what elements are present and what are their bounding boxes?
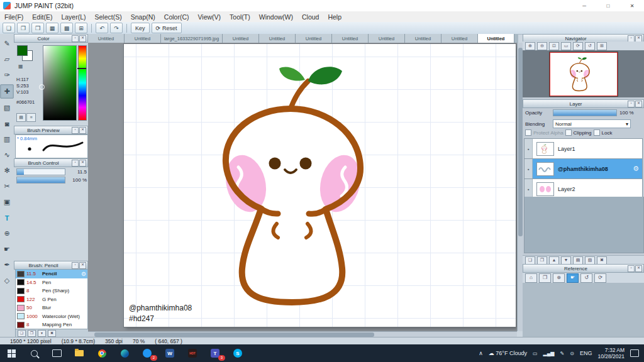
layer-folder-icon[interactable]: ▤	[573, 256, 583, 265]
layer-settings-gear-icon[interactable]: ⚙	[633, 165, 639, 173]
grid-toggle-icon[interactable]: ▦	[46, 23, 58, 33]
document-tab[interactable]: large_1633229071995.jpg	[161, 34, 223, 43]
weather-widget[interactable]: ☁ 76°F Cloudy	[489, 350, 527, 356]
task-view-button[interactable]	[45, 344, 68, 362]
panel-collapse-icon[interactable]: ▫	[72, 160, 79, 167]
reference-hand-icon[interactable]: ☛	[567, 273, 579, 283]
merge-layer-icon[interactable]: ▧	[585, 256, 595, 265]
text-tool-icon[interactable]: T	[1, 211, 13, 224]
brush-row-pen-sharp[interactable]: 8 Pen (Sharp)	[16, 287, 87, 295]
brush-row-blur[interactable]: 50 Blur	[16, 304, 87, 312]
menu-cloud[interactable]: Cloud	[297, 13, 323, 21]
chrome-button[interactable]	[91, 344, 113, 362]
brush-row-pencil[interactable]: 11.5 Pencil ⚙	[16, 270, 87, 278]
panel-close-icon[interactable]: ✕	[79, 127, 86, 134]
brush-settings-gear-icon[interactable]: ⚙	[81, 271, 86, 277]
panel-close-icon[interactable]: ✕	[79, 160, 86, 167]
document-tab[interactable]: Untitled	[441, 34, 478, 43]
hand-tool-icon[interactable]: ☛	[1, 243, 13, 256]
edge-button[interactable]	[113, 344, 136, 362]
layer-opacity-slider[interactable]	[553, 109, 617, 116]
save-file-icon[interactable]: ❒	[31, 23, 44, 33]
reset-button[interactable]: ⟳Reset	[152, 23, 182, 33]
move-layer-down-icon[interactable]: ▼	[561, 256, 571, 265]
panel-close-icon[interactable]: ✕	[635, 265, 642, 272]
pen-tool-icon[interactable]: ✒	[1, 258, 13, 272]
close-button[interactable]: ✕	[620, 0, 644, 11]
brush-row-g-pen[interactable]: 122 G Pen	[16, 295, 87, 304]
rotate-cw-icon[interactable]: ⟳	[573, 42, 583, 50]
menu-tool[interactable]: Tool(T)	[225, 13, 255, 21]
teams-button[interactable]: T 3	[204, 344, 226, 362]
rotate-ccw-icon[interactable]: ↺	[585, 42, 595, 50]
language-indicator[interactable]: ENG	[580, 350, 592, 356]
panel-collapse-icon[interactable]: ▫	[72, 262, 79, 269]
stamp-tool-icon[interactable]: ▣	[1, 195, 13, 209]
document-tab[interactable]: Untitled	[332, 34, 369, 43]
menu-help[interactable]: Help	[323, 13, 346, 21]
document-tab[interactable]: Untitled	[125, 34, 161, 43]
panel-collapse-icon[interactable]: ▫	[628, 35, 635, 42]
dropper-tool-icon[interactable]: ✑	[1, 69, 13, 82]
brush-row-watercolor[interactable]: 1000 Watercolor (Wet)	[16, 312, 87, 321]
document-tab[interactable]: Untitled	[405, 34, 441, 43]
menu-select[interactable]: Select(S)	[91, 13, 126, 21]
add-layer-icon[interactable]: ❏	[525, 256, 535, 265]
document-tab[interactable]: Untitled	[369, 34, 405, 43]
open-file-icon[interactable]: ❐	[17, 23, 30, 33]
battery-icon[interactable]: ▭	[533, 351, 538, 356]
file-explorer-button[interactable]	[68, 344, 91, 362]
microphone-icon[interactable]: ⊙	[570, 351, 574, 356]
undo-button[interactable]: ↶	[96, 23, 108, 33]
brush-opacity-slider[interactable]	[16, 177, 65, 184]
menu-layer[interactable]: Layer(L)	[57, 13, 90, 21]
redo-button[interactable]: ↷	[110, 23, 123, 33]
zoom-100-icon[interactable]: ▭	[561, 42, 571, 50]
document-tab[interactable]: Untitled	[88, 34, 125, 43]
gradient-tool-icon[interactable]: ▥	[1, 133, 13, 146]
zoom-fit-icon[interactable]: ⊡	[549, 42, 559, 50]
start-button[interactable]	[0, 344, 23, 362]
reference-rotate-ccw-icon[interactable]: ↺	[580, 273, 592, 283]
panel-collapse-icon[interactable]: ▫	[628, 101, 635, 107]
blending-dropdown[interactable]: Normal ▾	[553, 119, 631, 128]
document-tab-active[interactable]: Untitled	[478, 34, 514, 43]
minimize-button[interactable]: ─	[572, 0, 596, 11]
move-tool-icon[interactable]: ✚	[0, 84, 14, 99]
hidden-icons-caret[interactable]: ∧	[479, 350, 483, 356]
lasso-tool-icon[interactable]: ∿	[1, 148, 13, 162]
taskbar-clock[interactable]: 7:32 AM 10/28/2021	[597, 347, 625, 359]
brush-tool-icon[interactable]: ✎	[1, 37, 13, 50]
marquee-tool-icon[interactable]: ▧	[1, 101, 13, 114]
drawing-canvas[interactable]: @phamthikimha08 #hd247	[124, 44, 516, 327]
brush-menu-icon[interactable]: ▾	[38, 330, 46, 337]
brush-row-mapping-pen[interactable]: 8 Mapping Pen	[16, 321, 87, 329]
brush-row-pen[interactable]: 14.5 Pen	[16, 278, 87, 287]
reference-open-icon[interactable]: ❐	[539, 273, 551, 283]
fill-tool-icon[interactable]: ◙	[1, 117, 13, 130]
duplicate-layer-icon[interactable]: ❐	[537, 256, 547, 265]
scissors-tool-icon[interactable]: ✂	[1, 180, 13, 193]
panel-close-icon[interactable]: ✕	[79, 35, 86, 42]
document-tab[interactable]: Untitled	[223, 34, 259, 43]
eraser-tool-icon[interactable]: ▱	[1, 53, 13, 66]
duplicate-brush-icon[interactable]: ❐	[28, 330, 36, 337]
zoom-tool-icon[interactable]: ⊕	[1, 227, 13, 240]
maximize-button[interactable]: □	[596, 0, 620, 11]
menu-edit[interactable]: Edit(E)	[28, 13, 57, 21]
key-button[interactable]: Key	[131, 23, 150, 33]
layer-visibility-toggle[interactable]: ●	[525, 179, 533, 199]
panel-close-icon[interactable]: ✕	[635, 35, 642, 42]
lock-checkbox[interactable]	[594, 129, 600, 136]
hot-app-button[interactable]: HOT	[181, 344, 204, 362]
magic-wand-tool-icon[interactable]: ✻	[1, 164, 13, 177]
reference-zoom-icon[interactable]: ⊕	[553, 273, 565, 283]
vertical-scrollbar-thumb[interactable]	[518, 48, 523, 236]
reset-view-icon[interactable]: ⊞	[597, 42, 607, 50]
palette-mode-icon[interactable]: ▤	[16, 113, 26, 122]
add-brush-icon[interactable]: ❏	[18, 330, 26, 337]
menu-snap[interactable]: Snap(N)	[126, 13, 160, 21]
menu-color[interactable]: Color(C)	[160, 13, 194, 21]
document-tab[interactable]: Untitled	[296, 34, 332, 43]
clipping-checkbox[interactable]	[565, 129, 572, 136]
